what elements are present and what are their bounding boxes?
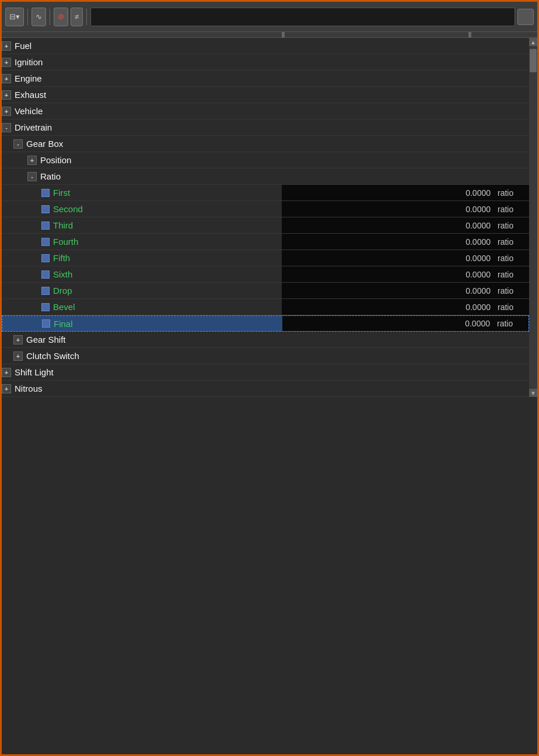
value-cell-drop[interactable]: 0.0000 [282, 283, 494, 298]
tree-row-gearshift[interactable]: +Gear Shift [2, 332, 529, 348]
unit-cell-fifth: ratio [494, 250, 529, 266]
value-cell-first[interactable]: 0.0000 [282, 185, 494, 201]
close-button[interactable] [517, 9, 534, 25]
scrollbar-track[interactable] [529, 46, 537, 389]
expand-icon-shiftlight[interactable]: + [2, 368, 11, 377]
unit-cell-bevel: ratio [494, 299, 529, 315]
label-cell-drop: Drop [2, 283, 282, 298]
label-text-fourth: Fourth [53, 237, 78, 247]
unit-cell-second: ratio [494, 201, 529, 217]
scrollbar-thumb[interactable] [530, 49, 537, 72]
value-cell-fifth[interactable]: 0.0000 [282, 250, 494, 266]
unit-cell-fourth: ratio [494, 234, 529, 249]
app-window: ⊟▾ ∿ ⊘ ≠ +Fuel+Ignition+Engine+Exhaust+V… [2, 2, 537, 397]
label-cell-ratio: -Ratio [2, 168, 529, 184]
wave-button[interactable]: ∿ [32, 8, 46, 26]
label-text-fifth: Fifth [53, 253, 70, 263]
tree-row-drivetrain[interactable]: -Drivetrain [2, 119, 529, 136]
column-handle-bar [2, 32, 537, 38]
tree-row-ratio[interactable]: -Ratio [2, 168, 529, 185]
expand-icon-ignition[interactable]: + [2, 58, 11, 67]
expand-icon-ratio[interactable]: - [27, 172, 37, 181]
label-text-engine: Engine [15, 73, 42, 83]
label-cell-fifth: Fifth [2, 250, 282, 266]
tree-panel: +Fuel+Ignition+Engine+Exhaust+Vehicle-Dr… [2, 38, 529, 397]
tree-row-first[interactable]: First0.0000ratio [2, 185, 529, 201]
unit-cell-sixth: ratio [494, 266, 529, 282]
main-content: +Fuel+Ignition+Engine+Exhaust+Vehicle-Dr… [2, 38, 537, 397]
label-cell-exhaust: +Exhaust [2, 87, 529, 103]
value-cell-final[interactable]: 0.0000 [282, 316, 494, 331]
value-cell-third[interactable]: 0.0000 [282, 217, 494, 233]
value-cell-fourth[interactable]: 0.0000 [282, 234, 494, 249]
node-icon-fourth [41, 238, 50, 246]
tree-row-gearbox[interactable]: -Gear Box [2, 136, 529, 152]
tree-row-nitrous[interactable]: +Nitrous [2, 381, 529, 397]
tree-row-fourth[interactable]: Fourth0.0000ratio [2, 234, 529, 250]
expand-icon-fuel[interactable]: + [2, 41, 11, 51]
value-cell-bevel[interactable]: 0.0000 [282, 299, 494, 315]
label-cell-second: Second [2, 201, 282, 217]
node-icon-first [41, 189, 50, 197]
tree-row-sixth[interactable]: Sixth0.0000ratio [2, 266, 529, 283]
unit-cell-third: ratio [494, 217, 529, 233]
expand-icon-drivetrain[interactable]: - [2, 123, 11, 132]
expand-icon-clutchswitch[interactable]: + [13, 351, 23, 361]
separator-1 [27, 9, 28, 25]
tree-row-shiftlight[interactable]: +Shift Light [2, 364, 529, 381]
tree-row-ignition[interactable]: +Ignition [2, 54, 529, 71]
node-icon-bevel [41, 303, 50, 311]
tree-row-clutchswitch[interactable]: +Clutch Switch [2, 348, 529, 364]
label-cell-bevel: Bevel [2, 299, 282, 315]
node-icon-sixth [41, 270, 50, 279]
label-cell-sixth: Sixth [2, 266, 282, 282]
label-text-second: Second [53, 204, 83, 214]
label-cell-ignition: +Ignition [2, 54, 529, 70]
expand-icon-engine[interactable]: + [2, 74, 11, 83]
tree-row-vehicle[interactable]: +Vehicle [2, 103, 529, 119]
node-icon-third [41, 221, 50, 230]
not-equal-button[interactable]: ≠ [71, 8, 83, 26]
label-cell-vehicle: +Vehicle [2, 103, 529, 119]
toolbar: ⊟▾ ∿ ⊘ ≠ [2, 2, 537, 32]
label-text-third: Third [53, 220, 73, 230]
tree-row-position[interactable]: +Position [2, 152, 529, 168]
tree-row-final[interactable]: Final0.0000ratio [2, 315, 529, 332]
tree-row-third[interactable]: Third0.0000ratio [2, 217, 529, 234]
tree-row-bevel[interactable]: Bevel0.0000ratio [2, 299, 529, 315]
expand-icon-gearbox[interactable]: - [13, 139, 23, 149]
value-cell-sixth[interactable]: 0.0000 [282, 266, 494, 282]
label-text-shiftlight: Shift Light [15, 367, 54, 377]
tree-row-exhaust[interactable]: +Exhaust [2, 87, 529, 103]
label-text-first: First [53, 188, 70, 198]
label-cell-fourth: Fourth [2, 234, 282, 249]
label-text-drop: Drop [53, 286, 72, 296]
expand-icon-gearshift[interactable]: + [13, 335, 23, 344]
expand-icon-position[interactable]: + [27, 156, 37, 165]
label-text-drivetrain: Drivetrain [15, 122, 52, 132]
expand-icon-nitrous[interactable]: + [2, 384, 11, 393]
label-text-gearbox: Gear Box [26, 139, 63, 149]
scroll-down-button[interactable]: ▼ [529, 389, 537, 397]
list-view-button[interactable]: ⊟▾ [5, 8, 24, 26]
tree-row-drop[interactable]: Drop0.0000ratio [2, 283, 529, 299]
col-handle-1[interactable] [282, 32, 285, 37]
value-cell-second[interactable]: 0.0000 [282, 201, 494, 217]
search-input[interactable] [90, 8, 515, 26]
separator-3 [86, 9, 87, 25]
scroll-up-button[interactable]: ▲ [529, 38, 537, 46]
tree-row-fuel[interactable]: +Fuel [2, 38, 529, 54]
label-cell-nitrous: +Nitrous [2, 381, 529, 396]
tree-row-engine[interactable]: +Engine [2, 71, 529, 87]
label-text-nitrous: Nitrous [15, 384, 43, 393]
col-handle-2[interactable] [468, 32, 471, 37]
scrollbar[interactable]: ▲ ▼ [529, 38, 537, 397]
disable-button[interactable]: ⊘ [54, 8, 68, 26]
tree-row-second[interactable]: Second0.0000ratio [2, 201, 529, 217]
node-icon-second [41, 205, 50, 213]
label-cell-drivetrain: -Drivetrain [2, 119, 529, 135]
expand-icon-exhaust[interactable]: + [2, 90, 11, 100]
expand-icon-vehicle[interactable]: + [2, 107, 11, 116]
tree-row-fifth[interactable]: Fifth0.0000ratio [2, 250, 529, 266]
node-icon-final [42, 319, 50, 328]
